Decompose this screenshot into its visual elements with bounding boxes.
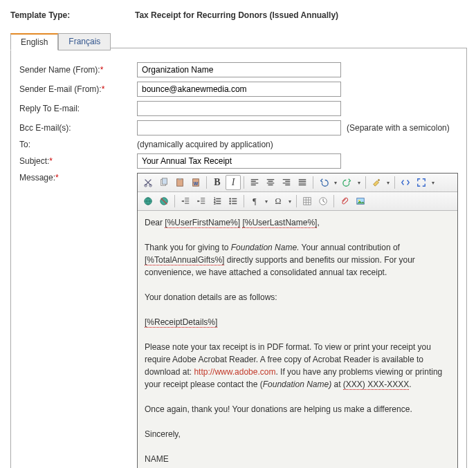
unordered-list-icon[interactable] xyxy=(226,194,241,209)
cut-icon[interactable] xyxy=(140,175,156,190)
svg-text:3: 3 xyxy=(214,201,216,205)
code-icon[interactable] xyxy=(398,175,413,190)
svg-text:W: W xyxy=(194,181,199,186)
bcc-label: Bcc E-mail(s): xyxy=(19,123,137,133)
paragraph-dropdown-icon[interactable]: ▾ xyxy=(263,194,270,209)
format-painter-icon[interactable] xyxy=(369,175,384,190)
italic-icon[interactable]: I xyxy=(226,175,241,190)
toolbar-row-1: W B I ▾ ▾ ▾ xyxy=(138,174,457,192)
to-value: (dynamically acquired by application) xyxy=(137,140,273,149)
reply-to-input[interactable] xyxy=(137,101,341,116)
ordered-list-icon[interactable]: 123 xyxy=(210,194,225,209)
table-icon[interactable] xyxy=(300,194,315,209)
sender-email-label: Sender E-mail (From):* xyxy=(19,84,137,94)
sender-name-label: Sender Name (From):* xyxy=(19,65,137,75)
svg-rect-5 xyxy=(178,178,181,180)
fullscreen-dropdown-icon[interactable]: ▾ xyxy=(430,175,437,190)
tab-francais[interactable]: Français xyxy=(58,33,111,50)
symbol-dropdown-icon[interactable]: ▾ xyxy=(286,194,293,209)
redo-dropdown-icon[interactable]: ▾ xyxy=(356,175,363,190)
reply-to-label: Reply To E-mail: xyxy=(19,104,137,113)
undo-icon[interactable] xyxy=(316,175,331,190)
align-justify-icon[interactable] xyxy=(295,175,310,190)
rich-text-editor: W B I ▾ ▾ ▾ xyxy=(137,173,458,468)
time-icon[interactable] xyxy=(315,194,331,209)
bcc-input[interactable] xyxy=(137,120,341,135)
paste-icon[interactable] xyxy=(172,175,187,190)
paragraph-icon[interactable]: ¶ xyxy=(247,194,262,209)
undo-dropdown-icon[interactable]: ▾ xyxy=(332,175,339,190)
svg-rect-3 xyxy=(162,178,167,185)
outdent-icon[interactable] xyxy=(178,194,193,209)
bcc-note: (Separate with a semicolon) xyxy=(347,123,450,133)
subject-input[interactable] xyxy=(137,153,341,169)
sender-email-input[interactable] xyxy=(137,82,341,97)
subject-label: Subject:* xyxy=(19,156,137,166)
image-icon[interactable] xyxy=(353,194,368,209)
unlink-icon[interactable] xyxy=(156,194,172,209)
attachment-icon[interactable] xyxy=(337,194,352,209)
sender-name-input[interactable] xyxy=(137,62,341,77)
to-label: To: xyxy=(19,140,137,149)
message-label: Message:* xyxy=(19,173,137,182)
svg-rect-16 xyxy=(304,198,311,205)
indent-icon[interactable] xyxy=(194,194,209,209)
align-right-icon[interactable] xyxy=(279,175,294,190)
toolbar-row-2: 123 ¶ ▾ Ω ▾ xyxy=(138,192,457,211)
svg-point-15 xyxy=(229,203,231,205)
bold-icon[interactable]: B xyxy=(210,175,225,190)
fullscreen-icon[interactable] xyxy=(414,175,429,190)
redo-icon[interactable] xyxy=(340,175,355,190)
copy-icon[interactable] xyxy=(156,175,172,190)
template-type-label: Template Type: xyxy=(10,10,135,20)
align-center-icon[interactable] xyxy=(263,175,278,190)
symbol-icon[interactable]: Ω xyxy=(271,194,286,209)
svg-point-13 xyxy=(229,198,231,200)
align-left-icon[interactable] xyxy=(247,175,262,190)
editor-content[interactable]: Dear [%UserFirstName%] [%UserLastName%],… xyxy=(138,211,457,468)
paste-word-icon[interactable]: W xyxy=(188,175,203,190)
template-type-value: Tax Receipt for Recurring Donors (Issued… xyxy=(135,10,338,20)
hyperlink-icon[interactable] xyxy=(140,194,156,209)
format-dropdown-icon[interactable]: ▾ xyxy=(385,175,392,190)
svg-point-14 xyxy=(229,200,231,203)
tab-english[interactable]: English xyxy=(10,33,58,50)
